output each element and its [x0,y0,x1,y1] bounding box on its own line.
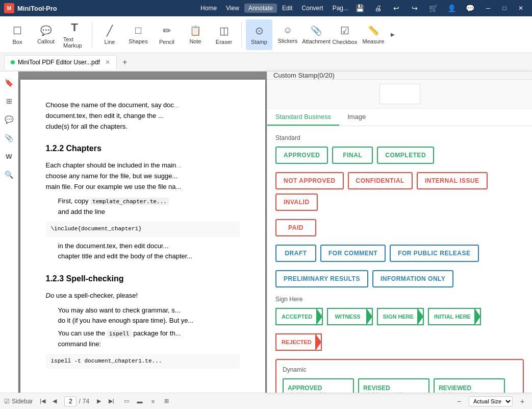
box-icon: ☐ [13,25,22,37]
sidebar-search-icon[interactable]: 🔍 [2,167,16,182]
tool-note[interactable]: 📋 Note [182,19,209,50]
chat-icon[interactable]: 💬 [463,2,477,14]
two-page-icon[interactable]: ▬ [134,396,145,407]
stamp-sign-here[interactable]: SIGN HERE [377,308,424,325]
tool-shapes[interactable]: □ Shapes [125,19,151,50]
single-page-icon[interactable]: ▭ [121,396,132,407]
sidebar-checkbox[interactable]: ☑ [4,398,10,405]
pdf-section-122: 1.2.2 Chapters [46,142,240,155]
stamp-panel-header: Custom Stamp(0/20) [267,71,532,80]
document-tab[interactable]: MiniTool PDF Editor User...pdf ✕ [4,55,117,69]
user-icon[interactable]: 👤 [444,2,459,14]
zoom-out-button[interactable]: − [453,396,465,407]
page-total: 74 [83,398,89,405]
minimize-button[interactable]: ─ [481,3,495,13]
save-icon[interactable]: 💾 [352,2,367,14]
dynamic-revised-title: REVISED [363,384,390,392]
titlebar: M MiniTool·Pro Home View Annotate Edit C… [0,0,532,16]
menu-edit[interactable]: Edit [278,4,297,13]
tool-measure-label: Measure [363,38,385,44]
sidebar-word-icon[interactable]: W [2,149,16,163]
tool-callout[interactable]: 💬 Callout [33,19,59,50]
stamp-completed[interactable]: COMPLETED [377,147,434,164]
main-area: 🔖 ⊞ 💬 📎 W 🔍 Choose the name of the docum… [0,71,532,393]
sidebar-toggle[interactable]: ☑ Sidebar [4,398,33,405]
grid-icon[interactable]: ⊞ [161,396,172,407]
stamp-draft[interactable]: DRAFT [275,245,316,262]
first-page-button[interactable]: |◀ [37,396,48,407]
menu-home[interactable]: Home [196,4,221,13]
redo-icon[interactable]: ↪ [408,2,422,14]
initial-here-arrow [474,308,480,325]
accepted-arrow [316,308,322,325]
last-page-button[interactable]: ▶| [106,396,117,407]
stamp-internal-issue[interactable]: INTERNAL ISSUE [417,172,488,189]
stamp-information-only[interactable]: INFORMATION ONLY [372,270,453,287]
dynamic-stamp-reviewed[interactable]: REVIEWED Adminitr... 2021/8/11,14:28:28 [434,378,505,393]
sidebar-pages-icon[interactable]: ⊞ [2,94,16,108]
undo-icon[interactable]: ↩ [389,2,403,14]
menu-page[interactable]: Pag... [328,4,352,13]
pdf-spell-text2: You may also want to check grammar, s...… [58,305,240,327]
blue-stamps: DRAFT FOR COMMENT FOR PUBLIC RELEASE [275,245,524,262]
stamp-tab-standard[interactable]: Standard Business [267,109,339,126]
stamp-paid[interactable]: PAID [275,219,316,236]
tool-checkbox[interactable]: ☑ Checkbox [332,19,358,50]
pdf-spell-text3: You can use the ispell package for th...… [58,328,240,350]
stamp-rejected[interactable]: REJECTED [275,333,322,351]
print-icon[interactable]: 🖨 [371,2,385,14]
tool-pencil[interactable]: ✏ Pencil [154,19,180,50]
window-controls: ─ □ ✕ [481,3,528,13]
standard-label: Standard [275,134,524,141]
stamp-accepted[interactable]: ACCEPTED [275,308,323,325]
tool-note-label: Note [189,38,201,44]
tool-stickers-label: Stickers [277,38,297,44]
tool-text-markup[interactable]: T Text Markup [61,19,88,50]
tool-box[interactable]: ☐ Box [4,19,31,50]
page-number-input[interactable] [64,396,77,406]
tool-stickers[interactable]: ☺ Stickers [274,19,301,50]
stamp-confidential[interactable]: CONFIDENTIAL [348,172,413,189]
tool-eraser-label: Eraser [216,39,232,45]
cart-icon[interactable]: 🛒 [426,2,440,14]
scroll-icon[interactable]: ≡ [147,396,159,407]
tool-measure[interactable]: 📏 Measure [360,19,387,50]
menu-view[interactable]: View [222,4,243,13]
maximize-button[interactable]: □ [497,3,512,13]
page-indicator: / 74 [64,396,89,406]
menu-annotate[interactable]: Annotate [244,4,277,13]
zoom-in-button[interactable]: + [517,396,528,407]
stamp-invalid[interactable]: INVALID [275,194,318,211]
stamp-for-comment[interactable]: FOR COMMENT [320,245,386,262]
toolbar-expand[interactable]: ▶ [389,19,397,50]
sidebar-comments-icon[interactable]: 💬 [2,112,16,127]
stamp-final[interactable]: FINAL [332,147,373,164]
dynamic-stamp-approved[interactable]: APPROVED Adminitr... 2021/8/11,14:28:28 [283,378,354,393]
tab-close-icon[interactable]: ✕ [105,59,110,66]
pdf-area[interactable]: Choose the name of the document, say doc… [18,71,267,393]
stickers-icon: ☺ [283,25,292,36]
line-icon: ╱ [107,25,113,37]
sidebar-attachments-icon[interactable]: 📎 [2,131,16,145]
tool-stamp[interactable]: ⊙ Stamp [246,19,272,50]
stamp-preliminary-results[interactable]: PRELIMINARY RESULTS [275,270,368,287]
menu-convert[interactable]: Convert [298,4,327,13]
tool-checkbox-label: Checkbox [333,39,358,45]
sidebar-bookmark-icon[interactable]: 🔖 [2,76,16,90]
close-button[interactable]: ✕ [514,3,528,13]
stamp-for-public-release[interactable]: FOR PUBLIC RELEASE [390,245,478,262]
pdf-page: Choose the name of the document, say doc… [20,80,265,393]
stamp-tab-image[interactable]: Image [339,109,374,126]
zoom-level-select[interactable]: Actual Size [469,396,513,406]
stamp-initial-here[interactable]: INITIAL HERE [428,308,481,325]
stamp-approved[interactable]: APPROVED [275,147,328,164]
stamp-witness[interactable]: WITNESS [327,308,373,325]
add-tab-button[interactable]: + [119,56,131,68]
prev-page-button[interactable]: ◀ [49,396,60,407]
tool-eraser[interactable]: ◫ Eraser [211,19,237,50]
stamp-not-approved[interactable]: NOT APPROVED [275,172,344,189]
dynamic-stamp-revised[interactable]: REVISED Adminitr... 2021/8/11,14:28:28 [358,378,429,393]
tool-attachment[interactable]: 📎 Attachment [303,19,330,50]
next-page-button[interactable]: ▶ [93,396,105,407]
tool-line[interactable]: ╱ Line [96,19,123,50]
